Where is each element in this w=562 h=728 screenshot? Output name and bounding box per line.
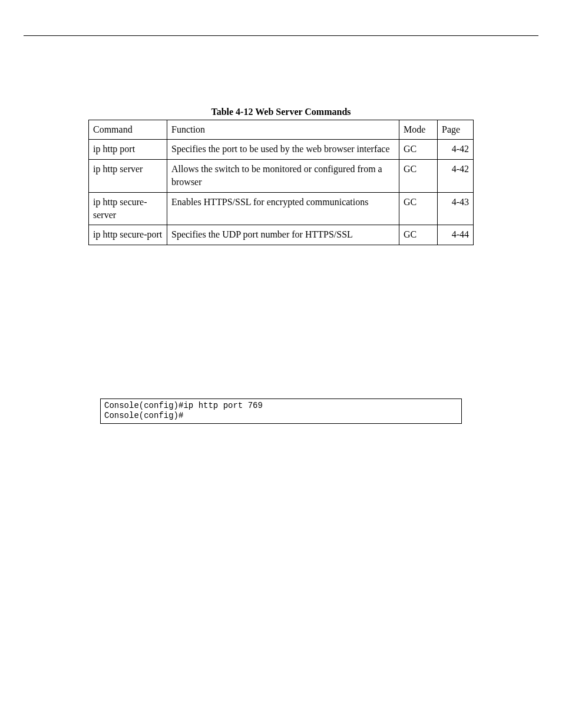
cell-page: 4-42	[438, 140, 474, 159]
console-output: Console(config)#ip http port 769 Console…	[100, 398, 462, 424]
commands-table: Command Function Mode Page ip http portS…	[88, 120, 474, 245]
table-title: Table 4-12 Web Server Commands	[24, 107, 538, 117]
table-row: ip http serverAllows the switch to be mo…	[89, 159, 474, 192]
cell-command: ip http secure-server	[89, 192, 167, 225]
cell-mode: GC	[399, 225, 438, 245]
table-row: ip http portSpecifies the port to be use…	[89, 140, 474, 159]
table-row: ip http secure-serverEnables HTTPS/SSL f…	[89, 192, 474, 225]
cell-function: Enables HTTPS/SSL for encrypted communic…	[167, 192, 399, 225]
cell-page: 4-43	[438, 192, 474, 225]
header-command: Command	[89, 120, 167, 140]
cell-mode: GC	[399, 159, 438, 192]
table-row: ip http secure-portSpecifies the UDP por…	[89, 225, 474, 245]
cell-function: Specifies the UDP port number for HTTPS/…	[167, 225, 399, 245]
header-mode: Mode	[399, 120, 438, 140]
cell-command: ip http secure-port	[89, 225, 167, 245]
header-page: Page	[438, 120, 474, 140]
cell-function: Allows the switch to be monitored or con…	[167, 159, 399, 192]
cell-page: 4-42	[438, 159, 474, 192]
header-rule	[24, 35, 538, 36]
cell-mode: GC	[399, 140, 438, 159]
cell-mode: GC	[399, 192, 438, 225]
cell-command: ip http server	[89, 159, 167, 192]
document-page: Table 4-12 Web Server Commands Command F…	[0, 0, 562, 447]
table-header-row: Command Function Mode Page	[89, 120, 474, 140]
header-function: Function	[167, 120, 399, 140]
cell-page: 4-44	[438, 225, 474, 245]
cell-command: ip http port	[89, 140, 167, 159]
cell-function: Specifies the port to be used by the web…	[167, 140, 399, 159]
